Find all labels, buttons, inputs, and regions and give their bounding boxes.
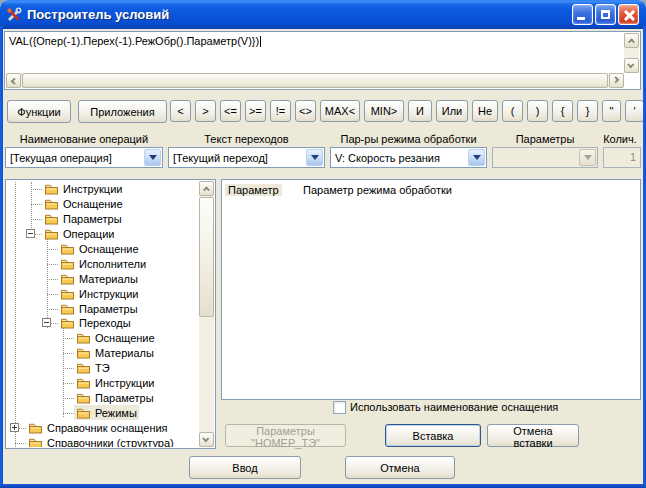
folder-icon <box>76 362 91 374</box>
condition-builder-dialog: Построитель условий VAL({Опер(-1).Перех(… <box>0 0 646 488</box>
scroll-up-button[interactable] <box>624 33 639 48</box>
tree-vscrollbar[interactable] <box>199 181 214 447</box>
dropdown-arrow-icon[interactable] <box>306 149 323 166</box>
applications-button[interactable]: Приложения <box>78 100 167 123</box>
title-bar[interactable]: Построитель условий <box>0 0 646 29</box>
tree-item-label: Исполнители <box>79 258 146 270</box>
formula-vscrollbar[interactable] <box>624 33 639 73</box>
operator-button-2[interactable]: <= <box>220 100 241 122</box>
chevron-left-icon <box>11 78 18 85</box>
cancel-insert-button[interactable]: Отмена вставки <box>487 424 579 447</box>
folder-icon <box>60 317 75 329</box>
operator-button-6[interactable]: MAX< <box>320 100 360 122</box>
scroll-up-button[interactable] <box>199 181 214 196</box>
operator-button-8[interactable]: И <box>408 100 432 122</box>
list-item[interactable]: Параметр Параметр режима обработки <box>223 182 639 197</box>
operator-button-3[interactable]: >= <box>245 100 266 122</box>
operator-button-7[interactable]: MIN> <box>364 100 404 122</box>
operator-button-12[interactable]: ) <box>527 100 548 122</box>
window-title: Построитель условий <box>27 7 169 22</box>
vscroll-thumb[interactable] <box>199 197 214 317</box>
tree-item-16[interactable]: Справочник оснащения <box>7 420 198 435</box>
parameter-list[interactable]: Параметр Параметр режима обработки <box>221 179 641 400</box>
operator-button-0[interactable]: < <box>170 100 191 122</box>
tree-item-0[interactable]: Инструкции <box>7 182 198 197</box>
structure-tree[interactable]: ИнструкцииОснащениеПараметрыОперацииОсна… <box>5 179 216 449</box>
folder-icon <box>76 332 91 344</box>
operator-button-9[interactable]: Или <box>436 100 468 122</box>
ok-button[interactable]: Ввод <box>189 456 301 479</box>
tree-item-6[interactable]: Материалы <box>7 271 198 286</box>
use-equipment-name-checkbox[interactable] <box>333 401 346 414</box>
functions-button[interactable]: Функции <box>7 100 71 123</box>
tree-item-14[interactable]: Параметры <box>7 390 198 405</box>
tree-item-label: Оснащение <box>95 332 155 344</box>
operator-button-10[interactable]: Не <box>472 100 498 122</box>
operator-button-1[interactable]: > <box>195 100 216 122</box>
operator-button-4[interactable]: != <box>270 100 291 122</box>
transition-combobox[interactable]: [Текущий переход] <box>168 147 325 168</box>
tree-item-10[interactable]: Оснащение <box>7 331 198 346</box>
operation-combobox[interactable]: [Текущая операция] <box>5 147 163 168</box>
tree-item-9[interactable]: Переходы <box>7 316 198 331</box>
tree-item-1[interactable]: Оснащение <box>7 197 198 212</box>
tree-item-label: Переходы <box>79 317 131 329</box>
tools-icon <box>6 7 22 23</box>
folder-icon <box>44 228 59 240</box>
scroll-right-button[interactable] <box>609 73 624 88</box>
operator-button-13[interactable]: { <box>552 100 573 122</box>
folder-icon <box>76 407 91 419</box>
transitions-label: Текст переходов <box>168 133 325 146</box>
quantity-label: Колич. <box>599 133 641 146</box>
close-button[interactable] <box>618 4 639 25</box>
insert-button[interactable]: Вставка <box>385 424 481 447</box>
tree-items: ИнструкцииОснащениеПараметрыОперацииОсна… <box>7 182 198 447</box>
tree-item-label: ТЭ <box>95 362 110 374</box>
tree-item-label: Инструкции <box>95 377 154 389</box>
tree-item-12[interactable]: ТЭ <box>7 361 198 376</box>
formula-editor[interactable]: VAL({Опер(-1).Перех(-1).РежОбр().Парамет… <box>4 31 641 90</box>
tree-item-4[interactable]: Оснащение <box>7 242 198 257</box>
formula-text: VAL({Опер(-1).Перех(-1).РежОбр().Парамет… <box>9 35 261 47</box>
folder-icon <box>76 347 91 359</box>
maximize-button[interactable] <box>595 4 616 25</box>
tree-item-15[interactable]: Режимы <box>7 405 198 420</box>
scroll-left-button[interactable] <box>6 73 21 88</box>
tree-item-5[interactable]: Исполнители <box>7 256 198 271</box>
tree-item-8[interactable]: Параметры <box>7 301 198 316</box>
dropdown-arrow-icon[interactable] <box>468 149 485 166</box>
dropdown-arrow-icon[interactable] <box>144 149 161 166</box>
parameters-label: Параметры <box>492 133 598 146</box>
formula-hscrollbar[interactable] <box>6 73 624 88</box>
parameters-combobox <box>492 147 598 168</box>
collapse-icon[interactable] <box>26 229 35 238</box>
tree-item-label: Инструкции <box>79 288 138 300</box>
tree-item-13[interactable]: Инструкции <box>7 376 198 391</box>
parameter-name-cell[interactable]: Параметр <box>225 184 303 196</box>
cancel-button[interactable]: Отмена <box>345 456 455 479</box>
expand-icon[interactable] <box>10 423 19 432</box>
tree-item-7[interactable]: Инструкции <box>7 286 198 301</box>
scroll-down-button[interactable] <box>199 432 214 447</box>
hscroll-thumb[interactable] <box>22 73 608 88</box>
tree-item-label: Справочники (структура) <box>47 437 174 447</box>
tree-item-3[interactable]: Операции <box>7 227 198 242</box>
operator-button-15[interactable]: " <box>602 100 621 122</box>
scroll-down-button[interactable] <box>624 58 639 73</box>
collapse-icon[interactable] <box>42 318 51 327</box>
folder-icon <box>76 392 91 404</box>
tree-item-11[interactable]: Материалы <box>7 346 198 361</box>
operator-button-11[interactable]: ( <box>502 100 523 122</box>
chevron-up-icon <box>203 186 210 193</box>
operator-button-5[interactable]: <> <box>295 100 316 122</box>
minimize-button[interactable] <box>572 4 593 25</box>
folder-icon <box>44 213 59 225</box>
operator-button-16[interactable]: ' <box>625 100 644 122</box>
folder-icon <box>76 377 91 389</box>
dropdown-arrow-icon <box>579 149 596 166</box>
tree-item-17[interactable]: Справочники (структура) <box>7 435 198 447</box>
folder-icon <box>44 183 59 195</box>
mode-param-combobox[interactable]: V: Скорость резания <box>330 147 487 168</box>
tree-item-2[interactable]: Параметры <box>7 212 198 227</box>
operator-button-14[interactable]: } <box>577 100 598 122</box>
